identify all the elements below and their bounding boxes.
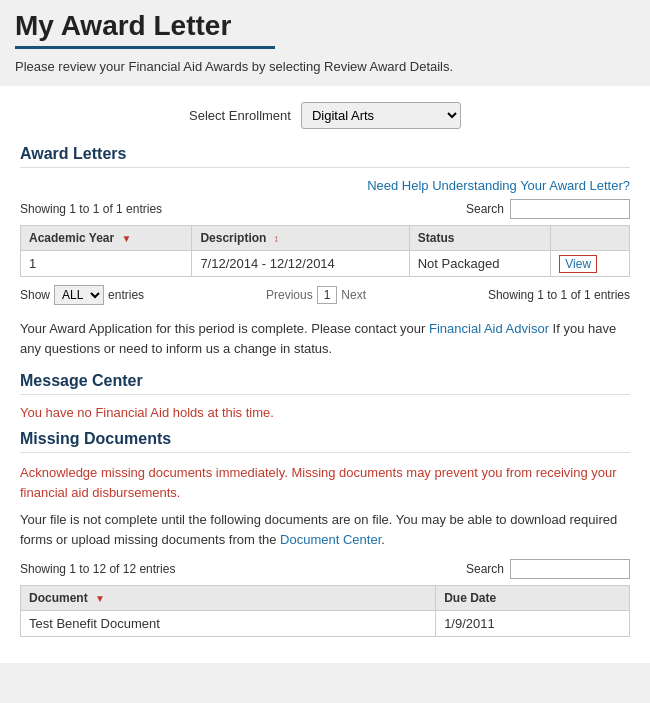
docs-search-input[interactable] <box>510 559 630 579</box>
docs-search-label: Search <box>466 562 504 576</box>
cell-description: 7/12/2014 - 12/12/2014 <box>192 251 409 277</box>
docs-cell-due-date: 1/9/2011 <box>436 611 630 637</box>
prev-button[interactable]: Previous <box>266 288 313 302</box>
title-underline <box>15 46 275 49</box>
col-description: Description ↕ <box>192 226 409 251</box>
cell-status: Not Packaged <box>409 251 551 277</box>
table-row: 1 7/12/2014 - 12/12/2014 Not Packaged Vi… <box>21 251 630 277</box>
show-label: Show <box>20 288 50 302</box>
view-button[interactable]: View <box>559 255 597 273</box>
missing-docs-warning: Acknowledge missing documents immediatel… <box>20 463 630 502</box>
search-label: Search <box>466 202 504 216</box>
award-notice-text-before: Your Award Application for this period i… <box>20 321 429 336</box>
message-center-title: Message Center <box>20 372 630 395</box>
cell-action: View <box>551 251 630 277</box>
enrollment-select[interactable]: Digital Arts <box>301 102 461 129</box>
award-letters-title: Award Letters <box>20 145 630 168</box>
award-letters-section: Award Letters Need Help Understanding Yo… <box>20 145 630 305</box>
col-academic-year: Academic Year ▼ <box>21 226 192 251</box>
financial-aid-advisor-link[interactable]: Financial Aid Advisor <box>429 321 549 336</box>
missing-documents-section: Missing Documents Acknowledge missing do… <box>20 430 630 637</box>
next-button[interactable]: Next <box>341 288 366 302</box>
entries-label: entries <box>108 288 144 302</box>
show-entries-select[interactable]: ALL 10 25 50 100 <box>54 285 104 305</box>
showing-entries-bottom: Showing 1 to 1 of 1 entries <box>488 288 630 302</box>
docs-cell-document: Test Benefit Document <box>21 611 436 637</box>
enrollment-label: Select Enrollment <box>189 108 291 123</box>
missing-docs-info-after: . <box>381 532 385 547</box>
missing-docs-table: Document ▼ Due Date Test Benefit Documen… <box>20 585 630 637</box>
col-document: Document ▼ <box>21 586 436 611</box>
page-title: My Award Letter <box>15 10 635 42</box>
search-input[interactable] <box>510 199 630 219</box>
sort-icon-description: ↕ <box>274 233 279 244</box>
subtitle: Please review your Financial Aid Awards … <box>15 59 635 74</box>
col-due-date: Due Date <box>436 586 630 611</box>
no-holds-text: You have no Financial Aid holds at this … <box>20 405 630 420</box>
missing-docs-info: Your file is not complete until the foll… <box>20 510 630 549</box>
missing-documents-title: Missing Documents <box>20 430 630 453</box>
page-number: 1 <box>317 286 338 304</box>
message-center-section: Message Center You have no Financial Aid… <box>20 372 630 420</box>
col-status: Status <box>409 226 551 251</box>
document-center-link[interactable]: Document Center <box>280 532 381 547</box>
col-action <box>551 226 630 251</box>
sort-icon-document: ▼ <box>95 593 105 604</box>
help-link[interactable]: Need Help Understanding Your Award Lette… <box>367 178 630 193</box>
award-notice: Your Award Application for this period i… <box>20 319 630 358</box>
docs-showing-entries-top: Showing 1 to 12 of 12 entries <box>20 562 175 576</box>
award-letters-table: Academic Year ▼ Description ↕ Status 1 <box>20 225 630 277</box>
sort-icon-academic-year: ▼ <box>122 233 132 244</box>
cell-academic-year: 1 <box>21 251 192 277</box>
docs-table-row: Test Benefit Document 1/9/2011 <box>21 611 630 637</box>
showing-entries-top: Showing 1 to 1 of 1 entries <box>20 202 162 216</box>
